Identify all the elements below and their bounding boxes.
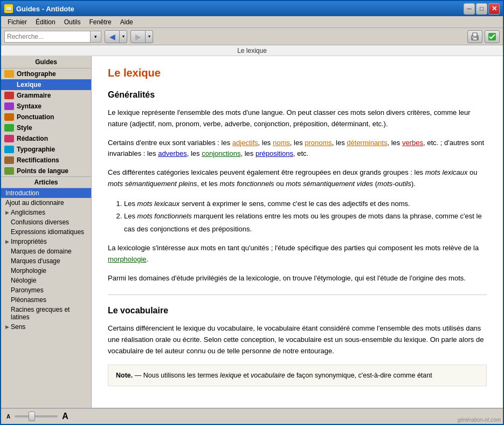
articles-panel: Articles IntroductionAjout au dictionnai… — [1, 176, 91, 408]
article-label-morphologie: Morphologie — [11, 267, 46, 275]
guide-label-ponctuation: Ponctuation — [17, 113, 54, 121]
article-label-introduction: Introduction — [5, 189, 39, 197]
article-item-morphologie[interactable]: Morphologie — [1, 266, 91, 276]
menu-edition[interactable]: Édition — [31, 17, 60, 27]
sidebar-guide-lexique[interactable]: Lexique — [1, 79, 91, 90]
list-mots: Les mots lexicaux servent à exprimer le … — [124, 197, 487, 235]
sidebar-guide-ponctuation[interactable]: Ponctuation — [1, 112, 91, 122]
sidebar-guide-style[interactable]: Style — [1, 122, 91, 133]
guide-icon-rectifications — [4, 156, 14, 164]
link-verbes[interactable]: verbes — [402, 139, 423, 147]
watermark: génération-nt.com — [457, 417, 501, 423]
sidebar-guide-grammaire[interactable]: Grammaire — [1, 90, 91, 101]
link-conjonctions[interactable]: conjonctions — [202, 149, 240, 157]
article-item-marques_domaine[interactable]: Marques de domaine — [1, 246, 91, 256]
link-determinants[interactable]: déterminants — [347, 139, 387, 147]
para-3: Ces différentes catégories lexicales peu… — [108, 167, 487, 190]
article-item-sens[interactable]: ▶Sens — [1, 322, 91, 332]
guide-label-redaction: Rédaction — [17, 135, 48, 142]
print-icon — [470, 32, 480, 42]
svg-point-3 — [477, 37, 478, 38]
link-morphologie[interactable]: morphologie — [108, 255, 147, 263]
back-dropdown[interactable]: ▾ — [120, 30, 127, 43]
content-main-title: Le lexique — [108, 67, 487, 79]
link-pronoms[interactable]: pronoms — [305, 139, 332, 147]
menu-fenetre[interactable]: Fenêtre — [85, 17, 115, 27]
font-small-label: A — [6, 414, 10, 420]
link-noms[interactable]: noms — [273, 139, 290, 147]
list-item-2: Les mots fonctionnels marquent les relat… — [124, 210, 487, 235]
guide-icon-points_de_langue — [4, 167, 14, 175]
title-bar: 📖 Guides - Antidote ─ □ ✕ — [1, 1, 503, 16]
menu-bar: Fichier Édition Outils Fenêtre Aide — [1, 16, 503, 28]
list-item-1: Les mots lexicaux servent à exprimer le … — [124, 197, 487, 210]
guide-label-typographie: Typographie — [17, 146, 55, 153]
forward-dropdown[interactable]: ▾ — [146, 30, 153, 43]
article-item-confusions[interactable]: Confusions diverses — [1, 217, 91, 227]
link-adjectifs[interactable]: adjectifs — [232, 139, 258, 147]
content-scroll[interactable]: Le lexique Généralités Le lexique représ… — [92, 56, 503, 408]
article-item-neologie[interactable]: Néologie — [1, 276, 91, 285]
print-button[interactable] — [467, 30, 482, 43]
articles-list: IntroductionAjout au dictionnaire▶Anglic… — [1, 188, 91, 332]
back-button[interactable]: ◀ — [105, 30, 120, 43]
app-icon: 📖 — [4, 4, 13, 13]
close-button[interactable]: ✕ — [488, 3, 500, 15]
link-adverbes[interactable]: adverbes — [158, 149, 187, 157]
search-container: ▾ — [4, 31, 101, 43]
articles-header: Articles — [1, 176, 91, 188]
green-button[interactable] — [485, 30, 500, 43]
guides-list: OrthographeLexiqueGrammaireSyntaxePonctu… — [1, 68, 91, 176]
minimize-button[interactable]: ─ — [464, 3, 475, 15]
article-item-racines[interactable]: Racines grecques et latines — [1, 305, 91, 322]
window-title: Guides - Antidote — [16, 5, 464, 13]
menu-outils[interactable]: Outils — [60, 17, 85, 27]
svg-rect-2 — [473, 38, 477, 40]
forward-button[interactable]: ▶ — [130, 30, 146, 43]
guide-label-grammaire: Grammaire — [17, 92, 51, 99]
guide-label-syntaxe: Syntaxe — [17, 102, 42, 110]
article-label-neologie: Néologie — [11, 277, 36, 284]
para-5: Parmi les domaines d'étude privilégiés d… — [108, 273, 487, 284]
sidebar-guide-orthographe[interactable]: Orthographe — [1, 68, 91, 79]
main-area: Guides OrthographeLexiqueGrammaireSyntax… — [1, 56, 503, 408]
guide-icon-lexique — [4, 81, 14, 88]
current-section-label: Le lexique — [237, 47, 267, 54]
sidebar-guide-syntaxe[interactable]: Syntaxe — [1, 101, 91, 112]
toolbar: ▾ ◀ ▾ ▶ ▾ — [1, 28, 503, 45]
para-2: Certains d'entre eux sont variables : le… — [108, 138, 487, 160]
article-item-expressions[interactable]: Expressions idiomatiques — [1, 227, 91, 237]
article-item-improprietes[interactable]: ▶Impropriétés — [1, 237, 91, 246]
search-input[interactable] — [4, 31, 91, 43]
article-item-marques_usage[interactable]: Marques d'usage — [1, 256, 91, 266]
article-label-ajout_dico: Ajout au dictionnaire — [5, 199, 64, 207]
section-divider — [108, 294, 487, 295]
article-label-marques_usage: Marques d'usage — [11, 257, 60, 265]
svg-rect-1 — [473, 33, 477, 36]
sidebar-guide-rectifications[interactable]: Rectifications — [1, 155, 91, 166]
article-item-paronymes[interactable]: Paronymes — [1, 285, 91, 295]
sidebar-guide-typographie[interactable]: Typographie — [1, 144, 91, 155]
guide-label-style: Style — [17, 124, 32, 132]
section-generalites-heading: Généralités — [108, 90, 487, 100]
link-prepositions[interactable]: prépositions — [256, 149, 293, 157]
article-item-pleonasmes[interactable]: Pléonasmes — [1, 295, 91, 305]
maximize-button[interactable]: □ — [476, 3, 487, 15]
zoom-slider-track[interactable] — [15, 415, 58, 417]
sidebar-guide-points_de_langue[interactable]: Points de langue — [1, 166, 91, 176]
zoom-slider-thumb[interactable] — [29, 412, 35, 421]
menu-aide[interactable]: Aide — [116, 17, 137, 27]
guide-icon-typographie — [4, 146, 14, 153]
article-item-introduction[interactable]: Introduction — [1, 188, 91, 198]
menu-fichier[interactable]: Fichier — [3, 17, 31, 27]
article-item-ajout_dico[interactable]: Ajout au dictionnaire — [1, 198, 91, 208]
article-label-sens: Sens — [11, 323, 25, 331]
article-item-anglicismes[interactable]: ▶Anglicismes — [1, 208, 91, 217]
expand-arrow-anglicismes: ▶ — [5, 210, 9, 215]
note-box: Note. — Nous utilisons les termes lexiqu… — [108, 365, 487, 387]
search-dropdown-btn[interactable]: ▾ — [91, 31, 101, 43]
sidebar-guide-redaction[interactable]: Rédaction — [1, 133, 91, 144]
guide-icon-orthographe — [4, 70, 14, 78]
article-label-improprietes: Impropriétés — [11, 238, 47, 245]
guide-icon-grammaire — [4, 92, 14, 99]
